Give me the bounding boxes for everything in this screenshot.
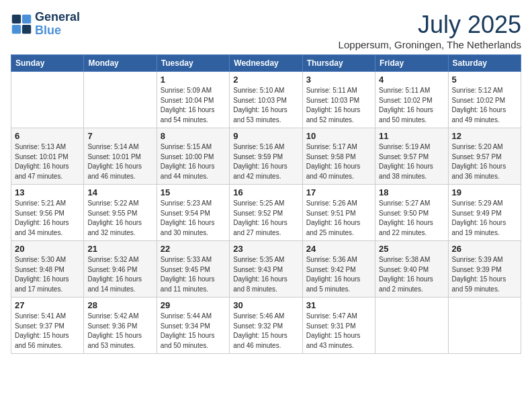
day-info: Sunrise: 5:14 AM Sunset: 10:01 PM Daylig… bbox=[87, 142, 152, 181]
calendar-cell: 20Sunrise: 5:30 AM Sunset: 9:48 PM Dayli… bbox=[11, 241, 84, 298]
day-info: Sunrise: 5:13 AM Sunset: 10:01 PM Daylig… bbox=[15, 142, 80, 181]
svg-rect-0 bbox=[12, 15, 21, 24]
day-number: 5 bbox=[452, 75, 517, 85]
page-header: GeneralBlue July 2025 Loppersum, Groning… bbox=[11, 11, 521, 50]
calendar-week-row: 20Sunrise: 5:30 AM Sunset: 9:48 PM Dayli… bbox=[11, 241, 521, 298]
calendar-week-row: 13Sunrise: 5:21 AM Sunset: 9:56 PM Dayli… bbox=[11, 185, 521, 241]
location: Loppersum, Groningen, The Netherlands bbox=[339, 39, 521, 50]
calendar-cell: 11Sunrise: 5:19 AM Sunset: 9:57 PM Dayli… bbox=[375, 128, 448, 185]
calendar-cell: 30Sunrise: 5:46 AM Sunset: 9:32 PM Dayli… bbox=[230, 298, 302, 354]
day-info: Sunrise: 5:30 AM Sunset: 9:48 PM Dayligh… bbox=[15, 255, 80, 294]
day-number: 17 bbox=[306, 187, 371, 197]
day-header-tuesday: Tuesday bbox=[157, 55, 229, 72]
day-info: Sunrise: 5:19 AM Sunset: 9:57 PM Dayligh… bbox=[379, 142, 444, 181]
day-number: 6 bbox=[15, 131, 80, 141]
calendar-cell: 5Sunrise: 5:12 AM Sunset: 10:02 PM Dayli… bbox=[448, 72, 521, 128]
day-info: Sunrise: 5:21 AM Sunset: 9:56 PM Dayligh… bbox=[15, 199, 80, 238]
day-number: 23 bbox=[233, 244, 298, 254]
day-number: 31 bbox=[306, 300, 371, 310]
day-header-saturday: Saturday bbox=[448, 55, 521, 72]
calendar-cell: 3Sunrise: 5:11 AM Sunset: 10:03 PM Dayli… bbox=[302, 72, 375, 128]
day-info: Sunrise: 5:26 AM Sunset: 9:51 PM Dayligh… bbox=[306, 199, 371, 238]
day-number: 18 bbox=[379, 187, 444, 197]
calendar-cell: 9Sunrise: 5:16 AM Sunset: 9:59 PM Daylig… bbox=[230, 128, 302, 185]
month-title: July 2025 bbox=[339, 11, 521, 39]
day-info: Sunrise: 5:15 AM Sunset: 10:00 PM Daylig… bbox=[161, 142, 226, 181]
calendar-cell: 7Sunrise: 5:14 AM Sunset: 10:01 PM Dayli… bbox=[84, 128, 157, 185]
day-header-monday: Monday bbox=[84, 55, 157, 72]
calendar-cell: 24Sunrise: 5:36 AM Sunset: 9:42 PM Dayli… bbox=[302, 241, 375, 298]
day-number: 9 bbox=[233, 131, 298, 141]
day-number: 20 bbox=[15, 244, 80, 254]
calendar-cell: 15Sunrise: 5:23 AM Sunset: 9:54 PM Dayli… bbox=[157, 185, 229, 241]
day-info: Sunrise: 5:38 AM Sunset: 9:40 PM Dayligh… bbox=[379, 255, 444, 294]
day-info: Sunrise: 5:47 AM Sunset: 9:31 PM Dayligh… bbox=[306, 312, 371, 351]
calendar-week-row: 6Sunrise: 5:13 AM Sunset: 10:01 PM Dayli… bbox=[11, 128, 521, 185]
day-info: Sunrise: 5:23 AM Sunset: 9:54 PM Dayligh… bbox=[161, 199, 226, 238]
day-number: 19 bbox=[452, 187, 517, 197]
calendar-cell: 10Sunrise: 5:17 AM Sunset: 9:58 PM Dayli… bbox=[302, 128, 375, 185]
day-info: Sunrise: 5:16 AM Sunset: 9:59 PM Dayligh… bbox=[233, 142, 298, 181]
calendar-cell: 17Sunrise: 5:26 AM Sunset: 9:51 PM Dayli… bbox=[302, 185, 375, 241]
day-number: 4 bbox=[379, 75, 444, 85]
calendar-week-row: 27Sunrise: 5:41 AM Sunset: 9:37 PM Dayli… bbox=[11, 298, 521, 354]
day-info: Sunrise: 5:11 AM Sunset: 10:03 PM Daylig… bbox=[306, 86, 371, 125]
day-info: Sunrise: 5:33 AM Sunset: 9:45 PM Dayligh… bbox=[161, 255, 226, 294]
day-info: Sunrise: 5:41 AM Sunset: 9:37 PM Dayligh… bbox=[15, 312, 80, 351]
day-number: 16 bbox=[233, 187, 298, 197]
svg-rect-3 bbox=[22, 25, 31, 34]
day-header-sunday: Sunday bbox=[11, 55, 84, 72]
calendar-table: SundayMondayTuesdayWednesdayThursdayFrid… bbox=[11, 54, 521, 354]
calendar-week-row: 1Sunrise: 5:09 AM Sunset: 10:04 PM Dayli… bbox=[11, 72, 521, 128]
day-info: Sunrise: 5:32 AM Sunset: 9:46 PM Dayligh… bbox=[87, 255, 152, 294]
day-number: 1 bbox=[161, 75, 226, 85]
day-info: Sunrise: 5:42 AM Sunset: 9:36 PM Dayligh… bbox=[87, 312, 152, 351]
day-info: Sunrise: 5:46 AM Sunset: 9:32 PM Dayligh… bbox=[233, 312, 298, 351]
title-block: July 2025 Loppersum, Groningen, The Neth… bbox=[339, 11, 521, 50]
calendar-cell bbox=[11, 72, 84, 128]
calendar-cell: 22Sunrise: 5:33 AM Sunset: 9:45 PM Dayli… bbox=[157, 241, 229, 298]
calendar-cell: 29Sunrise: 5:44 AM Sunset: 9:34 PM Dayli… bbox=[157, 298, 229, 354]
day-number: 12 bbox=[452, 131, 517, 141]
calendar-cell: 8Sunrise: 5:15 AM Sunset: 10:00 PM Dayli… bbox=[157, 128, 229, 185]
day-number: 25 bbox=[379, 244, 444, 254]
calendar-cell: 31Sunrise: 5:47 AM Sunset: 9:31 PM Dayli… bbox=[302, 298, 375, 354]
day-info: Sunrise: 5:12 AM Sunset: 10:02 PM Daylig… bbox=[452, 86, 517, 125]
calendar-cell: 26Sunrise: 5:39 AM Sunset: 9:39 PM Dayli… bbox=[448, 241, 521, 298]
calendar-cell: 21Sunrise: 5:32 AM Sunset: 9:46 PM Dayli… bbox=[84, 241, 157, 298]
calendar-cell: 16Sunrise: 5:25 AM Sunset: 9:52 PM Dayli… bbox=[230, 185, 302, 241]
day-number: 14 bbox=[87, 187, 152, 197]
calendar-cell: 4Sunrise: 5:11 AM Sunset: 10:02 PM Dayli… bbox=[375, 72, 448, 128]
calendar-cell: 13Sunrise: 5:21 AM Sunset: 9:56 PM Dayli… bbox=[11, 185, 84, 241]
svg-rect-2 bbox=[12, 25, 21, 34]
logo-text: GeneralBlue bbox=[35, 11, 80, 38]
day-number: 29 bbox=[161, 300, 226, 310]
calendar-cell: 28Sunrise: 5:42 AM Sunset: 9:36 PM Dayli… bbox=[84, 298, 157, 354]
day-info: Sunrise: 5:25 AM Sunset: 9:52 PM Dayligh… bbox=[233, 199, 298, 238]
day-number: 10 bbox=[306, 131, 371, 141]
day-number: 22 bbox=[161, 244, 226, 254]
calendar-cell: 23Sunrise: 5:35 AM Sunset: 9:43 PM Dayli… bbox=[230, 241, 302, 298]
calendar-cell bbox=[375, 298, 448, 354]
day-number: 21 bbox=[87, 244, 152, 254]
day-header-friday: Friday bbox=[375, 55, 448, 72]
logo-icon bbox=[11, 13, 32, 35]
calendar-cell: 1Sunrise: 5:09 AM Sunset: 10:04 PM Dayli… bbox=[157, 72, 229, 128]
calendar-cell: 18Sunrise: 5:27 AM Sunset: 9:50 PM Dayli… bbox=[375, 185, 448, 241]
day-number: 2 bbox=[233, 75, 298, 85]
day-info: Sunrise: 5:39 AM Sunset: 9:39 PM Dayligh… bbox=[452, 255, 517, 294]
day-number: 24 bbox=[306, 244, 371, 254]
day-info: Sunrise: 5:22 AM Sunset: 9:55 PM Dayligh… bbox=[87, 199, 152, 238]
day-number: 30 bbox=[233, 300, 298, 310]
day-info: Sunrise: 5:27 AM Sunset: 9:50 PM Dayligh… bbox=[379, 199, 444, 238]
day-number: 13 bbox=[15, 187, 80, 197]
logo: GeneralBlue bbox=[11, 11, 80, 38]
svg-rect-1 bbox=[22, 15, 31, 24]
calendar-cell: 2Sunrise: 5:10 AM Sunset: 10:03 PM Dayli… bbox=[230, 72, 302, 128]
day-number: 7 bbox=[87, 131, 152, 141]
day-info: Sunrise: 5:29 AM Sunset: 9:49 PM Dayligh… bbox=[452, 199, 517, 238]
day-number: 11 bbox=[379, 131, 444, 141]
day-info: Sunrise: 5:17 AM Sunset: 9:58 PM Dayligh… bbox=[306, 142, 371, 181]
day-info: Sunrise: 5:20 AM Sunset: 9:57 PM Dayligh… bbox=[452, 142, 517, 181]
calendar-cell: 27Sunrise: 5:41 AM Sunset: 9:37 PM Dayli… bbox=[11, 298, 84, 354]
